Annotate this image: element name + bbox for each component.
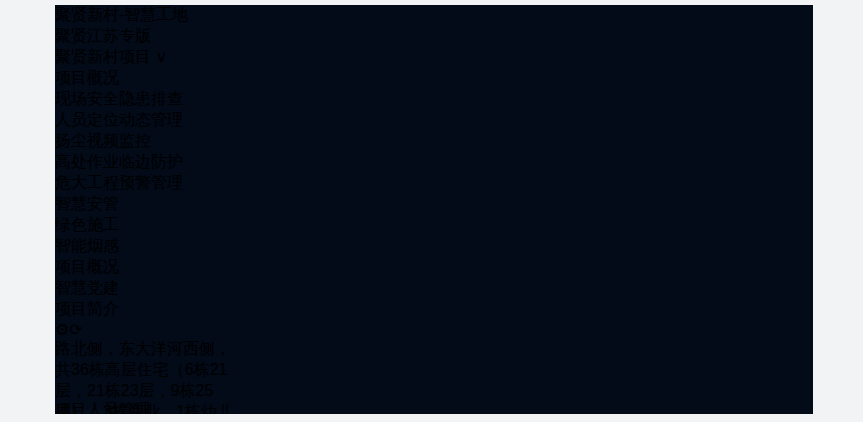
chevron-down-icon: ∨ — [155, 48, 167, 65]
panel-actions: ⚙⟳ — [55, 320, 239, 339]
nav-tab-2[interactable]: 人员定位动态管理 — [55, 110, 813, 131]
page-title: 聚贤新村-智慧工地 — [55, 5, 813, 26]
nav-tab-5[interactable]: 危大工程预警管理 — [55, 173, 813, 194]
dashboard: 聚贤新村-智慧工地 聚贤江苏专版 聚贤新村项目 ∨ 项目概况现场安全隐患排查人员… — [55, 5, 813, 414]
subtab-project-overview[interactable]: 项目概况 — [55, 257, 813, 278]
subtab-band: 项目概况 智慧党建 — [55, 257, 813, 299]
project-select-label: 聚贤新村项目 — [55, 48, 151, 65]
panel-title: 项目简介 — [55, 299, 239, 320]
nav-tab-8[interactable]: 智能烟感 — [55, 236, 813, 257]
panel-project-intro: 项目简介 ⚙⟳ 路北侧，东大洋河西侧，共36栋高层住宅（6栋21层，21栋23层… — [55, 299, 239, 400]
nav-tab-7[interactable]: 绿色施工 — [55, 215, 813, 236]
gear-icon[interactable]: ⚙ — [55, 321, 69, 338]
refresh-icon[interactable]: ⟳ — [69, 321, 82, 338]
region-version-button[interactable]: 聚贤江苏专版 — [55, 26, 813, 47]
nav-tab-6[interactable]: 智慧安管 — [55, 194, 813, 215]
project-select-dropdown[interactable]: 聚贤新村项目 ∨ — [55, 47, 813, 68]
nav-tab-1[interactable]: 现场安全隐患排查 — [55, 89, 813, 110]
nav-tab-0[interactable]: 项目概况 — [55, 68, 813, 89]
nav-tab-4[interactable]: 高处作业临边防护 — [55, 152, 813, 173]
nav-tab-3[interactable]: 扬尘视频监控 — [55, 131, 813, 152]
screenshot-stage: 聚贤新村-智慧工地 聚贤江苏专版 聚贤新村项目 ∨ 项目概况现场安全隐患排查人员… — [0, 0, 863, 422]
top-nav-tabs: 项目概况现场安全隐患排查人员定位动态管理扬尘视频监控高处作业临边防护危大工程预警… — [55, 68, 813, 257]
subtab-smart-party[interactable]: 智慧党建 — [55, 278, 813, 299]
